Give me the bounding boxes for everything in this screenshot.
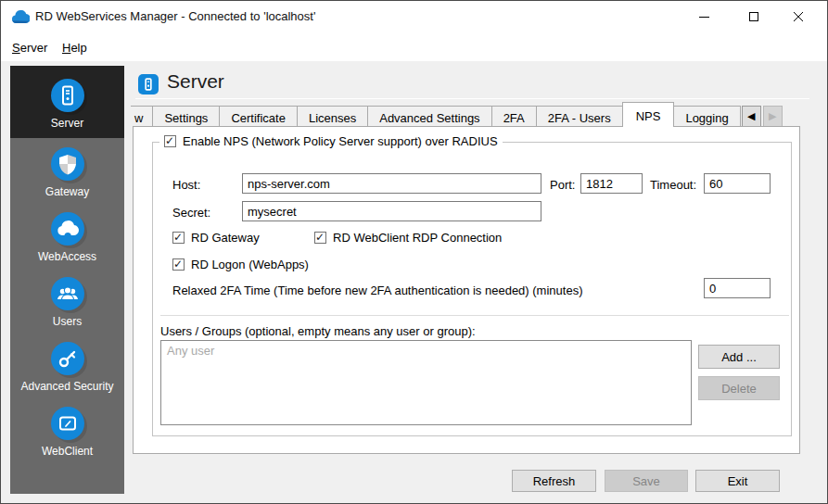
tab-settings[interactable]: Settings bbox=[152, 106, 220, 127]
tab-2fa-users[interactable]: 2FA - Users bbox=[536, 106, 623, 127]
sidebar-item-webclient[interactable]: WebClient bbox=[10, 397, 124, 462]
header-divider bbox=[135, 98, 809, 99]
rd-logon-label: RD Logon (WebApps) bbox=[191, 258, 309, 271]
tab-2fa[interactable]: 2FA bbox=[491, 106, 537, 127]
screen-icon bbox=[51, 407, 84, 440]
sidebar-item-webaccess[interactable]: WebAccess bbox=[10, 203, 124, 268]
enable-nps-row: Enable NPS (Network Policy Server suppor… bbox=[159, 134, 503, 148]
key-icon bbox=[51, 342, 84, 375]
cloud-icon bbox=[51, 212, 84, 246]
minimize-button[interactable] bbox=[681, 1, 727, 32]
relaxed-2fa-label: Relaxed 2FA Time (Time before new 2FA au… bbox=[172, 284, 582, 297]
section-divider bbox=[160, 315, 789, 316]
title-bar: RD WebServices Manager - Connected to 'l… bbox=[1, 1, 827, 33]
host-label: Host: bbox=[172, 178, 200, 192]
app-window: RD WebServices Manager - Connected to 'l… bbox=[0, 0, 828, 504]
server-icon bbox=[51, 79, 84, 112]
sidebar-label: Gateway bbox=[45, 185, 89, 198]
enable-nps-checkbox[interactable] bbox=[164, 135, 176, 147]
refresh-button[interactable]: Refresh bbox=[512, 470, 596, 492]
page-title: Server bbox=[167, 70, 224, 93]
menu-bar: Server Help bbox=[1, 33, 827, 61]
app-cloud-icon bbox=[11, 10, 30, 27]
exit-button[interactable]: Exit bbox=[695, 470, 780, 492]
users-groups-label: Users / Groups (optional, empty means an… bbox=[160, 324, 476, 338]
host-input[interactable] bbox=[242, 173, 541, 194]
maximize-button[interactable] bbox=[731, 1, 777, 32]
rd-webclient-rdp-checkbox[interactable] bbox=[314, 232, 326, 244]
delete-button[interactable]: Delete bbox=[698, 376, 780, 400]
sidebar-item-advanced-security[interactable]: Advanced Security bbox=[10, 333, 124, 397]
save-button[interactable]: Save bbox=[605, 470, 688, 492]
close-icon bbox=[793, 11, 804, 22]
secret-input[interactable] bbox=[242, 201, 541, 221]
sidebar-item-gateway[interactable]: Gateway bbox=[10, 138, 124, 203]
sidebar-label: WebClient bbox=[42, 445, 93, 458]
relaxed-2fa-input[interactable] bbox=[704, 278, 771, 298]
tab-advanced-settings[interactable]: Advanced Settings bbox=[367, 106, 491, 127]
shield-icon bbox=[51, 147, 84, 181]
enable-nps-label: Enable NPS (Network Policy Server suppor… bbox=[183, 134, 498, 148]
sidebar-item-server[interactable]: Server bbox=[10, 66, 124, 138]
rd-logon-row: RD Logon (WebApps) bbox=[172, 258, 309, 271]
port-input[interactable] bbox=[580, 173, 643, 194]
maximize-icon bbox=[749, 12, 758, 21]
menu-server[interactable]: Server bbox=[6, 39, 53, 57]
secret-label: Secret: bbox=[172, 206, 210, 220]
port-label: Port: bbox=[550, 178, 575, 192]
sidebar-item-users[interactable]: Users bbox=[10, 268, 124, 333]
rd-logon-checkbox[interactable] bbox=[172, 258, 185, 271]
add-button[interactable]: Add ... bbox=[698, 345, 780, 369]
menu-help[interactable]: Help bbox=[57, 39, 93, 57]
rd-webclient-rdp-row: RD WebClient RDP Connection bbox=[314, 231, 502, 245]
users-groups-placeholder: Any user bbox=[167, 344, 214, 358]
timeout-label: Timeout: bbox=[650, 178, 696, 192]
sidebar-label: Advanced Security bbox=[20, 380, 113, 393]
sidebar-label: Server bbox=[51, 117, 83, 130]
minimize-icon bbox=[699, 17, 709, 18]
tab-scroll-right-button[interactable]: ▶ bbox=[763, 106, 783, 127]
sidebar-label: Users bbox=[53, 315, 82, 328]
tab-nps[interactable]: NPS bbox=[622, 102, 675, 127]
rd-gateway-label: RD Gateway bbox=[191, 231, 260, 245]
tab-strip: w Settings Certificate Licenses Advanced… bbox=[131, 106, 783, 127]
arrow-left-icon: ◀ bbox=[747, 110, 755, 122]
tab-licenses[interactable]: Licenses bbox=[297, 106, 368, 127]
page-server-icon bbox=[138, 74, 159, 94]
tab-certificate[interactable]: Certificate bbox=[219, 106, 298, 127]
close-button[interactable] bbox=[775, 1, 822, 32]
tab-overview-partial[interactable]: w bbox=[131, 106, 153, 127]
tab-scroll-left-button[interactable]: ◀ bbox=[742, 106, 761, 127]
rd-gateway-checkbox[interactable] bbox=[172, 232, 185, 244]
rd-gateway-row: RD Gateway bbox=[172, 231, 260, 245]
users-groups-listbox[interactable]: Any user bbox=[160, 340, 692, 425]
timeout-input[interactable] bbox=[704, 173, 771, 194]
users-icon bbox=[51, 277, 84, 310]
rd-webclient-rdp-label: RD WebClient RDP Connection bbox=[333, 231, 502, 245]
arrow-right-icon: ▶ bbox=[769, 110, 776, 122]
window-title: RD WebServices Manager - Connected to 'l… bbox=[35, 9, 315, 23]
sidebar-label: WebAccess bbox=[38, 250, 96, 263]
sidebar: Server Gateway WebAccess bbox=[10, 66, 124, 494]
tab-logging[interactable]: Logging bbox=[673, 106, 740, 127]
